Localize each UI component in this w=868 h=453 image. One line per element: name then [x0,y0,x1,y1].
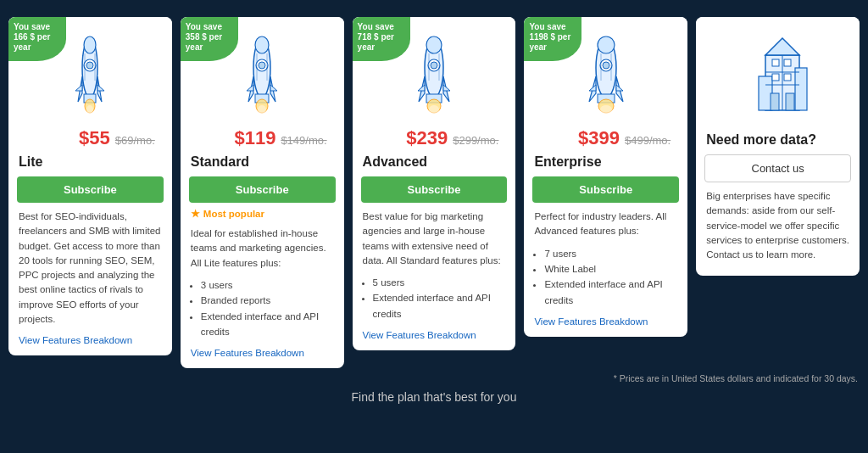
subscribe-button[interactable]: Subscribe [532,176,679,203]
rocket-illustration [704,25,851,127]
view-features-link[interactable]: View Features Breakdown [524,311,687,327]
price-current: $399 [578,127,620,149]
price-old: $69/mo. [115,134,155,147]
feature-item: 3 users [201,277,334,293]
price-current: $239 [406,127,448,149]
card-description: Ideal for established in-house teams and… [181,220,344,274]
plan-name: Enterprise [534,154,601,170]
subscribe-button[interactable]: Subscribe [189,176,336,203]
svg-rect-58 [771,93,779,110]
price-old: $149/mo. [281,134,326,147]
svg-point-21 [258,105,266,114]
price-row: $239 $299/mo. [361,127,508,149]
save-badge: You save 1198 $ per year [524,17,581,61]
price-row: $399 $499/mo. [532,127,679,149]
feature-item: White Label [544,261,677,277]
card-top: You save 358 $ per year $119 $149/mo. [181,17,344,153]
svg-marker-51 [616,85,623,91]
svg-point-8 [86,105,93,114]
svg-point-40 [598,36,615,53]
svg-marker-50 [589,85,596,91]
price-row: $55 $69/mo. [17,127,164,149]
plan-name: Need more data? [706,132,816,148]
svg-marker-12 [97,85,104,91]
plan-name: Lite [19,154,42,170]
svg-rect-64 [784,74,791,81]
plan-name-row: Lite [8,153,172,170]
card-description: Perfect for industry leaders. All Advanc… [524,203,687,243]
subscribe-button[interactable]: Subscribe [17,176,164,203]
star-icon: ★ [191,208,200,220]
svg-point-34 [429,105,439,114]
card-description: Big enterprises have specific demands: a… [696,182,860,266]
feature-item: 7 users [544,246,677,261]
card-description: Best for SEO-individuals, freelancers an… [8,203,172,330]
features-list: 3 usersBranded reportsExtended interface… [181,274,344,344]
card-top: You save 1198 $ per year $399 $499/mo. [524,17,687,153]
svg-marker-11 [75,85,82,91]
svg-marker-60 [765,38,799,55]
pricing-card-more-data: Need more data? Contact us Big enterpris… [696,17,860,276]
feature-item: Extended interface and API credits [544,277,677,308]
pricing-card-advanced: You save 718 $ per year $239 $299/mo. [353,17,516,350]
svg-point-42 [603,62,609,69]
price-old: $499/mo. [625,134,670,147]
save-badge: You save 718 $ per year [353,17,410,61]
pricing-card-lite: You save 166 $ per year $55 $69/mo. [8,17,172,355]
svg-rect-62 [784,59,791,66]
price-current: $119 [234,127,275,149]
feature-item: Extended interface and API credits [373,290,506,322]
view-features-link[interactable]: View Features Breakdown [353,325,516,340]
svg-marker-24 [247,85,253,91]
svg-rect-61 [772,59,779,66]
bottom-text: Find the plan that's best for you [352,390,517,404]
plan-name-row: Enterprise [524,153,687,170]
most-popular-label: Most popular [203,209,264,219]
feature-item: Branded reports [201,293,334,308]
svg-point-16 [259,62,265,69]
svg-point-14 [255,36,269,53]
features-list: 7 usersWhite LabelExtended interface and… [524,243,687,312]
price-old: $299/mo. [453,134,498,147]
price-row: $119 $149/mo. [189,127,336,149]
svg-marker-37 [418,85,425,91]
contact-button[interactable]: Contact us [704,154,851,182]
card-top [696,17,860,131]
pricing-card-enterprise: You save 1198 $ per year $399 $499/mo. [524,17,687,337]
subscribe-button[interactable]: Subscribe [361,176,508,203]
pricing-cards: You save 166 $ per year $55 $69/mo. [8,17,860,368]
svg-point-27 [426,36,442,53]
svg-point-1 [84,36,96,53]
save-badge: You save 358 $ per year [181,17,238,61]
plan-name: Standard [191,154,249,170]
plan-name-row: Standard [181,153,344,170]
card-top: You save 166 $ per year $55 $69/mo. [8,17,172,153]
card-description: Best value for big marketing agencies an… [353,203,516,271]
features-list: 5 usersExtended interface and API credit… [353,271,516,325]
view-features-link[interactable]: View Features Breakdown [8,330,172,345]
svg-rect-59 [786,93,794,110]
price-current: $55 [79,127,110,149]
svg-marker-38 [443,85,450,91]
footer-note: * Prices are in United States dollars an… [8,373,860,383]
svg-marker-25 [270,85,277,91]
card-top: You save 718 $ per year $239 $299/mo. [353,17,516,153]
svg-point-3 [86,62,93,69]
view-features-link[interactable]: View Features Breakdown [181,343,344,358]
svg-point-29 [431,62,437,69]
plan-name-row: Advanced [353,153,516,170]
feature-item: Extended interface and API credits [201,309,334,340]
save-badge: You save 166 $ per year [8,17,66,61]
feature-item: 5 users [373,275,506,290]
svg-rect-54 [795,68,807,110]
most-popular-badge: ★ Most popular [181,203,344,220]
pricing-card-standard: You save 358 $ per year $119 $149/mo. [181,17,344,368]
plan-name: Advanced [363,154,427,170]
plan-name-row: Need more data? [696,131,860,148]
svg-rect-63 [772,74,779,81]
svg-point-47 [600,105,612,114]
